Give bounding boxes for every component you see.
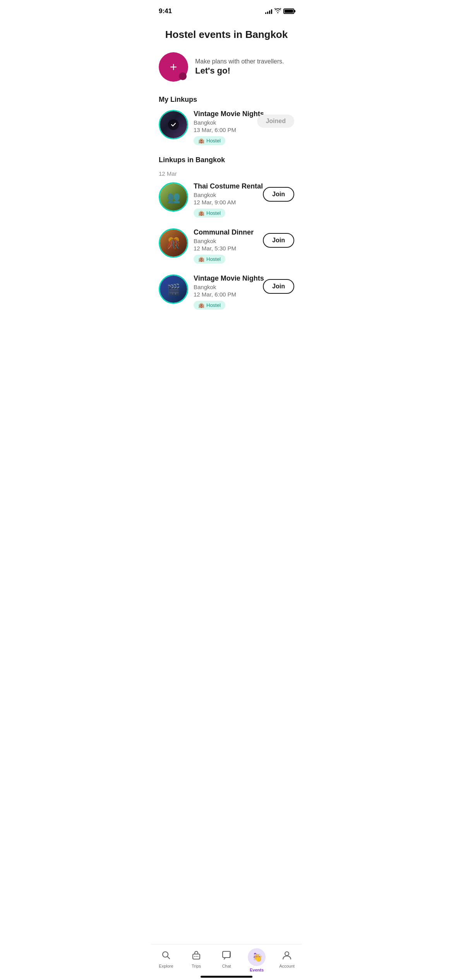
hostel-badge: 🏨 Hostel [194, 136, 225, 145]
signal-icon [265, 9, 272, 14]
list-item: 👥 Thai Costume Rental Bangkok 12 Mar, 9:… [159, 182, 294, 218]
event-image-communal-dinner: 🎊 [159, 228, 188, 258]
date-separator: 12 Mar [159, 170, 294, 177]
join-button[interactable]: Join [263, 187, 294, 202]
hostel-icon: 🏨 [198, 138, 204, 144]
join-button[interactable]: Join [263, 279, 294, 294]
join-button[interactable]: Join [263, 233, 294, 248]
my-linkups-header: My Linkups [159, 96, 294, 104]
status-time: 9:41 [159, 7, 172, 15]
status-bar: 9:41 [151, 0, 302, 17]
hostel-badge: 🏨 Hostel [194, 209, 225, 218]
wifi-icon [275, 8, 281, 15]
hostel-icon: 🏨 [198, 302, 204, 308]
create-banner: + Make plans with other travellers. Let'… [159, 52, 294, 82]
create-cta: Let's go! [195, 66, 284, 76]
battery-icon [283, 9, 294, 14]
badge-label: Hostel [206, 256, 221, 262]
event-image-vintage-2: 🎬 [159, 274, 188, 304]
hostel-icon: 🏨 [198, 210, 204, 216]
hostel-badge: 🏨 Hostel [194, 255, 225, 264]
joined-button[interactable]: Joined [257, 115, 294, 128]
list-item: 🎬 Vintage Movie Nights Bangkok 12 Mar, 6… [159, 274, 294, 310]
plus-icon: + [170, 61, 177, 73]
linkups-bangkok-section: Linkups in Bangkok 12 Mar 👥 Thai Costume… [159, 156, 294, 310]
badge-label: Hostel [206, 210, 221, 216]
create-linkup-button[interactable]: + [159, 52, 188, 82]
badge-label: Hostel [206, 138, 221, 144]
list-item: 🎊 Communal Dinner Bangkok 12 Mar, 5:30 P… [159, 228, 294, 264]
page-title: Hostel events in Bangkok [159, 29, 294, 41]
my-linkups-section: My Linkups Vintage Movie Nights Bangkok … [159, 96, 294, 145]
linkups-bangkok-header: Linkups in Bangkok [159, 156, 294, 164]
event-image-thai-costume: 👥 [159, 182, 188, 212]
checkmark-overlay [168, 119, 179, 130]
status-icons [265, 8, 294, 15]
main-content: Hostel events in Bangkok + Make plans wi… [151, 17, 302, 355]
event-image-vintage-joined [159, 110, 188, 139]
hostel-icon: 🏨 [198, 256, 204, 262]
list-item: Vintage Movie Nights Bangkok 13 Mar, 6:0… [159, 110, 294, 145]
create-subtitle: Make plans with other travellers. [195, 58, 284, 65]
hostel-badge: 🏨 Hostel [194, 301, 225, 310]
badge-label: Hostel [206, 302, 221, 308]
